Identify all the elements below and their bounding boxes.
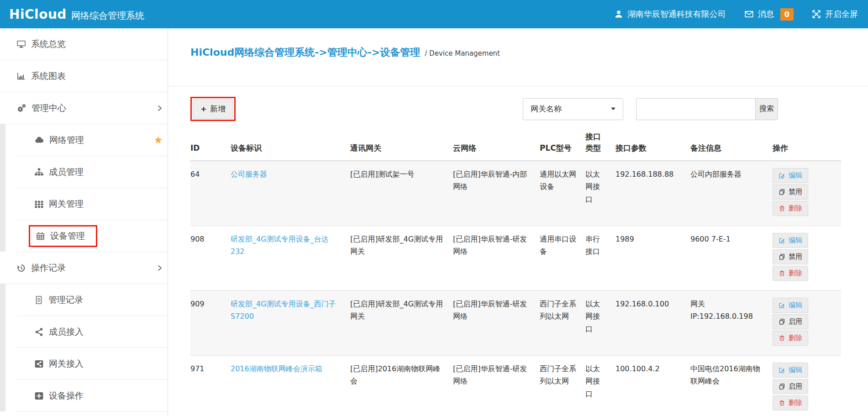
chevron-right-icon (157, 264, 163, 272)
sidebar-item-label: 网络管理 (49, 134, 84, 146)
edit-icon (779, 367, 785, 374)
edit-icon (779, 302, 785, 309)
cell-device: 研发部_4G测试专用设备_台达232 (231, 226, 350, 291)
device-link[interactable]: 研发部_4G测试专用设备_西门子S7200 (231, 300, 336, 321)
cell-id: 64 (190, 161, 231, 226)
cell-plc: 西门子全系列以太网 (540, 356, 585, 416)
plus-icon (200, 106, 207, 112)
sidebar-item-gateway-access[interactable]: 网关接入 (17, 348, 168, 380)
app-brand: HiCloud 网络综合管理系统 (9, 7, 144, 22)
monitor-icon (16, 40, 26, 49)
edit-button[interactable]: 编辑 (773, 298, 808, 313)
col-header-iface-params: 接口参数 (615, 121, 690, 161)
device-link[interactable]: 公司服务器 (231, 170, 267, 179)
cell-id: 909 (190, 291, 231, 356)
disable-button[interactable]: 禁用 (773, 249, 808, 264)
edit-button[interactable]: 编辑 (773, 168, 808, 183)
cell-network: [已启用]华辰智通-内部网络 (453, 161, 540, 226)
delete-button[interactable]: 删除 (773, 201, 808, 216)
cell-iface-params: 192.168.188.88 (615, 161, 690, 226)
cell-iface-type: 以太网接口 (585, 356, 615, 416)
cell-iface-type: 串行接口 (585, 226, 615, 291)
messages-menu[interactable]: 消息 0 (744, 8, 794, 21)
table-row: 64 公司服务器 [已启用]测试架一号 [已启用]华辰智通-内部网络 通用以太网… (190, 161, 841, 226)
trash-icon (779, 400, 785, 406)
sidebar-item-management-records[interactable]: 管理记录 (17, 284, 168, 316)
col-header-iface-type: 接口类型 (585, 121, 615, 161)
cell-iface-type: 以太网接口 (585, 161, 615, 226)
company-name: 湖南华辰智通科技有限公司 (627, 9, 726, 20)
cloud-icon (34, 136, 44, 145)
delete-button[interactable]: 删除 (773, 395, 808, 411)
topbar-right: 湖南华辰智通科技有限公司 消息 0 开启全屏 (614, 8, 858, 21)
share-icon (34, 327, 44, 337)
device-link[interactable]: 2016湖南物联网峰会演示箱 (231, 364, 322, 373)
annotation-box-device-management: 设备管理 (29, 225, 97, 247)
fullscreen-button[interactable]: 开启全屏 (812, 9, 858, 20)
gears-icon (16, 104, 26, 113)
cell-iface-params: 100.100.4.2 (615, 356, 690, 416)
cell-plc: 西门子全系列以太网 (540, 291, 585, 356)
col-header-remark: 备注信息 (690, 121, 773, 161)
company-menu[interactable]: 湖南华辰智通科技有限公司 (614, 9, 726, 20)
cell-plc: 通用串口设备 (540, 226, 585, 291)
col-header-plc: PLC型号 (540, 121, 585, 161)
toolbar: 新增 网关名称 搜索 (168, 97, 868, 121)
edit-button[interactable]: 编辑 (773, 363, 808, 378)
search-input[interactable] (636, 98, 755, 120)
sidebar-item-device-operations[interactable]: 设备操作 (17, 380, 168, 412)
cell-plc: 通用以太网设备 (540, 161, 585, 226)
add-button-label: 新增 (210, 104, 226, 114)
sidebar-item-label: 成员管理 (49, 166, 84, 178)
col-header-network: 云网络 (453, 121, 540, 161)
clone-icon (779, 189, 785, 195)
add-button[interactable]: 新增 (193, 99, 233, 119)
sitemap-icon (34, 168, 44, 177)
sidebar-item-member-access[interactable]: 成员接入 (17, 316, 168, 348)
cell-remark: 公司内部服务器 (690, 161, 773, 226)
sidebar-item-system-charts[interactable]: 系统图表 (0, 60, 168, 92)
delete-button[interactable]: 删除 (773, 266, 808, 281)
sidebar-item-device-management[interactable]: 设备管理 (17, 220, 168, 252)
plus-square-icon (34, 391, 44, 400)
sidebar-item-network-management[interactable]: 网络管理 (17, 124, 168, 156)
sidebar-item-gateway-management[interactable]: 网关管理 (17, 188, 168, 220)
fullscreen-icon (812, 10, 821, 19)
sidebar-item-label: 网关接入 (49, 358, 84, 370)
sidebar-item-member-management[interactable]: 成员管理 (17, 156, 168, 188)
brand-name: HiCloud (9, 7, 67, 22)
cell-remark: 中国电信2016湖南物联网峰会 (690, 356, 773, 416)
cell-gateway: [已启用]测试架一号 (350, 161, 453, 226)
sidebar-item-operation-records[interactable]: 操作记录 (0, 252, 168, 284)
search-button[interactable]: 搜索 (755, 98, 778, 120)
cell-id: 908 (190, 226, 231, 291)
col-header-actions: 操作 (773, 121, 841, 161)
sidebar-item-management-center[interactable]: 管理中心 (0, 92, 168, 124)
breadcrumb-path: HiCloud网络综合管理系统->管理中心->设备管理 (190, 46, 420, 59)
trash-icon (779, 270, 785, 277)
filter-select-value: 网关名称 (531, 104, 562, 114)
enable-button[interactable]: 启用 (773, 314, 808, 329)
cell-actions: 编辑 启用 删除 (773, 291, 841, 356)
cell-remark: 网关IP:192.168.0.198 (690, 291, 773, 356)
edit-button[interactable]: 编辑 (773, 233, 808, 248)
edit-icon (779, 172, 785, 179)
sidebar-item-system-overview[interactable]: 系统总览 (0, 28, 168, 60)
clone-icon (779, 253, 785, 260)
caret-down-icon (611, 107, 615, 111)
cell-iface-params: 1989 (615, 226, 690, 291)
delete-button[interactable]: 删除 (773, 331, 808, 346)
disable-button[interactable]: 禁用 (773, 184, 808, 200)
sidebar-item-label: 网关管理 (49, 198, 84, 210)
cell-device: 研发部_4G测试专用设备_西门子S7200 (231, 291, 350, 356)
fullscreen-label: 开启全屏 (825, 9, 858, 20)
enable-button[interactable]: 启用 (773, 379, 808, 394)
device-table: ID 设备标识 通讯网关 云网络 PLC型号 接口类型 接口参数 备注信息 操作… (190, 121, 841, 416)
share-square-icon (34, 359, 44, 369)
sidebar-item-label: 管理记录 (48, 294, 83, 306)
filter-select[interactable]: 网关名称 (523, 98, 623, 120)
trash-icon (779, 205, 785, 212)
device-link[interactable]: 研发部_4G测试专用设备_台达232 (231, 235, 329, 256)
trash-icon (779, 335, 785, 342)
file-text-icon (34, 295, 43, 305)
